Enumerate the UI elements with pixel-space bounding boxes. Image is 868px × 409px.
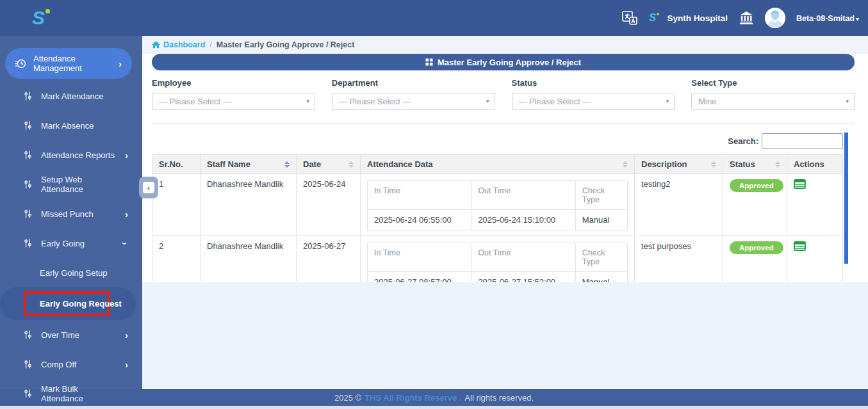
cell-attendance-data: In TimeOut TimeCheck Type 2025-06-24 06:… bbox=[361, 174, 635, 236]
department-select[interactable]: — Please Select — ▾ bbox=[332, 93, 495, 110]
select-caret-icon: ▾ bbox=[306, 98, 309, 104]
breadcrumb: Dashboard / Master Early Going Approve /… bbox=[142, 36, 868, 54]
sidebar-item-early-going[interactable]: Early Going › bbox=[0, 229, 142, 258]
sliders-icon bbox=[23, 209, 33, 219]
sidebar-item-over-time[interactable]: Over Time › bbox=[0, 320, 142, 349]
col-actions: Actions bbox=[787, 155, 843, 174]
cell-actions bbox=[787, 236, 843, 283]
chevron-down-icon: › bbox=[120, 242, 130, 245]
cell-date: 2025-06-27 bbox=[297, 236, 361, 283]
table-scrollbar[interactable] bbox=[844, 132, 848, 264]
employee-filter-label: Employee bbox=[152, 78, 315, 88]
select-caret-icon: ▾ bbox=[666, 98, 669, 104]
sidebar-subitem-early-going-request[interactable]: Early Going Request bbox=[0, 287, 142, 320]
sliders-icon bbox=[23, 330, 33, 340]
cell-date: 2025-06-24 bbox=[297, 174, 361, 236]
grid-icon bbox=[425, 58, 433, 66]
filter-row: Employee — Please Select — ▾ Department … bbox=[142, 70, 868, 110]
chevron-right-icon: › bbox=[125, 150, 128, 160]
sliders-icon bbox=[23, 389, 33, 399]
content-card: Dashboard / Master Early Going Approve /… bbox=[142, 36, 868, 282]
top-header-bar: S S Synth Hospital Beta-08-Smitad▾ bbox=[0, 0, 868, 36]
sidebar-collapse-button[interactable]: ‹ bbox=[139, 177, 158, 198]
select-type-select[interactable]: Mine ▾ bbox=[691, 93, 855, 110]
cell-srno: 2 bbox=[152, 236, 201, 283]
sort-icon[interactable] bbox=[623, 161, 628, 168]
search-input[interactable] bbox=[762, 133, 843, 149]
search-row: Search: bbox=[142, 124, 868, 154]
hospital-name: Synth Hospital bbox=[667, 13, 728, 23]
sort-icon[interactable] bbox=[348, 161, 354, 168]
breadcrumb-dashboard-link[interactable]: Dashboard bbox=[152, 40, 205, 49]
chevron-right-icon: › bbox=[119, 59, 122, 68]
select-type-filter-label: Select Type bbox=[691, 78, 855, 88]
view-details-button[interactable] bbox=[794, 179, 806, 189]
sliders-icon bbox=[23, 120, 33, 131]
caret-down-icon[interactable]: ▾ bbox=[856, 15, 859, 22]
sort-icon[interactable] bbox=[711, 161, 716, 168]
bank-icon[interactable] bbox=[739, 11, 754, 25]
cell-status: Approved bbox=[723, 236, 787, 283]
cell-attendance-data: In TimeOut TimeCheck Type 2025-06-27 08:… bbox=[361, 236, 635, 283]
col-staff-name: Staff Name bbox=[201, 155, 297, 174]
sidebar-item-comp-off[interactable]: Comp Off › bbox=[0, 349, 142, 379]
main-content: Dashboard / Master Early Going Approve /… bbox=[142, 36, 868, 389]
user-name[interactable]: Beta-08-Smitad bbox=[796, 14, 855, 23]
sort-icon[interactable] bbox=[284, 161, 290, 168]
home-icon bbox=[152, 41, 160, 49]
view-details-button[interactable] bbox=[794, 241, 806, 251]
chevron-right-icon: › bbox=[125, 330, 128, 340]
table-header-row: Sr.No. Staff Name Date Attendance Data D… bbox=[152, 155, 843, 174]
col-date: Date bbox=[297, 155, 361, 174]
col-attendance-data: Attendance Data bbox=[361, 155, 635, 174]
sidebar-nav: Attendance Management › Mark Attendance … bbox=[0, 36, 142, 389]
sidebar-item-mark-absence[interactable]: Mark Absence bbox=[0, 111, 142, 140]
sliders-icon bbox=[23, 150, 33, 160]
status-badge: Approved bbox=[730, 241, 783, 254]
attendance-subtable: In TimeOut TimeCheck Type 2025-06-27 08:… bbox=[367, 243, 628, 282]
select-caret-icon: ▾ bbox=[846, 98, 849, 104]
sort-icon[interactable] bbox=[775, 161, 780, 168]
history-clock-icon bbox=[14, 58, 26, 70]
col-status: Status bbox=[723, 155, 787, 174]
breadcrumb-current: Master Early Going Approve / Reject bbox=[217, 40, 355, 49]
footer-link[interactable]: THS All Rights Reserve . bbox=[364, 393, 461, 403]
sidebar-item-mark-bulk-attendance[interactable]: Mark Bulk Attendance bbox=[0, 379, 142, 408]
sidebar-item-mark-attendance[interactable]: Mark Attendance bbox=[0, 81, 142, 111]
cell-description: test purposes bbox=[635, 236, 723, 283]
app-logo[interactable]: S bbox=[32, 8, 45, 28]
requests-table: Sr.No. Staff Name Date Attendance Data D… bbox=[152, 154, 843, 282]
cell-status: Approved bbox=[723, 174, 787, 236]
status-badge: Approved bbox=[730, 179, 783, 192]
sidebar-subitem-early-going-setup[interactable]: Early Going Setup bbox=[0, 258, 142, 287]
table-row: 2 Dhanashree Mandlik 2025-06-27 In TimeO… bbox=[152, 236, 843, 283]
employee-select[interactable]: — Please Select — ▾ bbox=[152, 93, 315, 110]
select-caret-icon: ▾ bbox=[486, 98, 489, 104]
attendance-subtable: In TimeOut TimeCheck Type 2025-06-24 06:… bbox=[367, 180, 628, 230]
cell-staff: Dhanashree Mandlik bbox=[201, 236, 297, 283]
translate-icon[interactable] bbox=[621, 10, 638, 26]
status-filter-label: Status bbox=[512, 78, 675, 88]
sliders-icon bbox=[23, 179, 33, 189]
cell-description: testing2 bbox=[635, 174, 723, 236]
status-select[interactable]: — Please Select — ▾ bbox=[512, 93, 675, 110]
col-srno: Sr.No. bbox=[152, 155, 201, 174]
sidebar-item-attendance-reports[interactable]: Attendance Reports › bbox=[0, 140, 142, 170]
sidebar-item-missed-punch[interactable]: Missed Punch › bbox=[0, 199, 142, 229]
panel-title-bar: Master Early Going Approve / Reject bbox=[152, 54, 855, 70]
module-label: Attendance Management bbox=[33, 54, 111, 73]
chevron-right-icon: › bbox=[125, 360, 128, 369]
col-description: Description bbox=[635, 155, 723, 174]
breadcrumb-separator: / bbox=[209, 40, 211, 49]
cell-srno: 1 bbox=[152, 174, 201, 236]
sliders-icon bbox=[23, 238, 33, 248]
sidebar-module-attendance-management[interactable]: Attendance Management › bbox=[5, 48, 132, 79]
sidebar-item-setup-web-attendance[interactable]: Setup Web Attendance bbox=[0, 170, 142, 199]
logo-s-glyph: S bbox=[32, 7, 45, 28]
logo-dot bbox=[45, 9, 50, 13]
hospital-logo-s: S bbox=[649, 12, 656, 24]
chevron-left-icon: ‹ bbox=[143, 182, 154, 193]
department-filter-label: Department bbox=[332, 78, 495, 88]
user-avatar[interactable] bbox=[765, 8, 785, 28]
table-row: 1 Dhanashree Mandlik 2025-06-24 In TimeO… bbox=[152, 174, 843, 236]
